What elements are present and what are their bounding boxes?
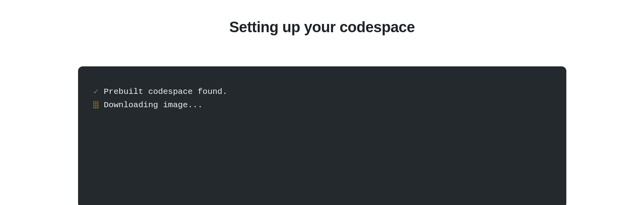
- check-icon: ✓: [92, 86, 100, 98]
- log-line-success: ✓ Prebuilt codespace found.: [92, 85, 552, 99]
- terminal-output-panel: ✓ Prebuilt codespace found. Downloading …: [78, 66, 566, 205]
- page-title: Setting up your codespace: [229, 19, 415, 36]
- log-line-loading: Downloading image...: [92, 99, 552, 112]
- log-text: Downloading image...: [104, 99, 203, 112]
- log-text: Prebuilt codespace found.: [104, 85, 227, 99]
- loading-spinner-icon: [92, 101, 100, 108]
